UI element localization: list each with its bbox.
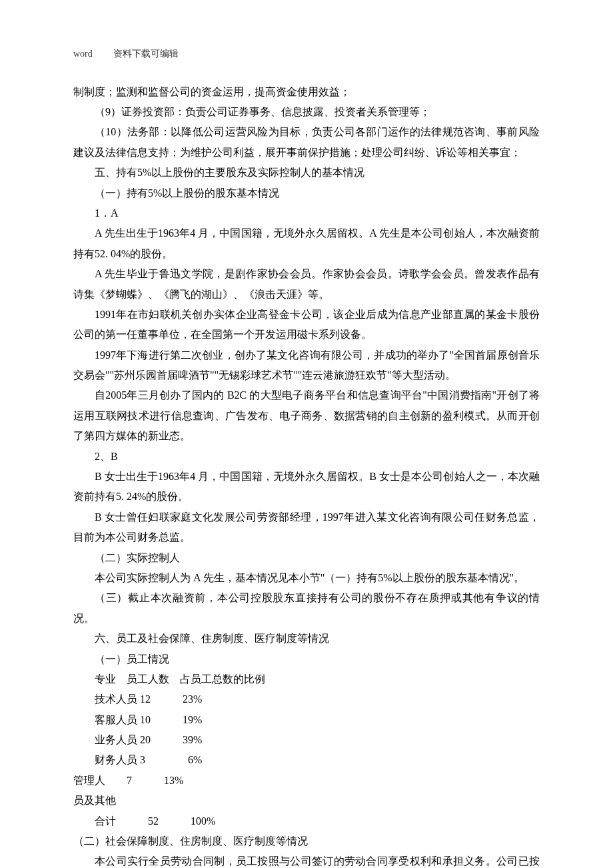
paragraph: 本公司实行全员劳动合同制，员工按照与公司签订的劳动合同享受权利和承担义务。公司已… [73, 851, 540, 868]
section-heading: 六、员工及社会保障、住房制度、医疗制度等情况 [73, 629, 540, 649]
paragraph: （9）证券投资部：负责公司证券事务、信息披露、投资者关系管理等； [73, 102, 540, 122]
subsection-heading: （二）社会保障制度、住房制度、医疗制度等情况 [73, 831, 540, 851]
paragraph: 制制度；监测和监督公司的资金运用，提高资金使用效益； [73, 82, 540, 102]
paragraph: A 先生毕业于鲁迅文学院，是剧作家协会会员。作家协会会员。诗歌学会会员。曾发表作… [73, 264, 540, 305]
paragraph: （三）截止本次融资前，本公司控股股东直接持有公司的股份不存在质押或其他有争议的情… [73, 588, 540, 629]
paragraph: B 女士曾任妇联家庭文化发展公司劳资部经理，1997年进入某文化咨询有限公司任财… [73, 507, 540, 548]
table-row: 业务人员 20 39% [73, 730, 540, 750]
table-row: 财务人员 3 6% [73, 750, 540, 770]
paragraph: 1997年下海进行第二次创业，创办了某文化咨询有限公司，并成功的举办了"全国首届… [73, 345, 540, 386]
table-row: 管理人 7 13% [73, 771, 540, 791]
subsection-heading: （二）实际控制人 [73, 548, 540, 568]
document-body: 制制度；监测和监督公司的资金运用，提高资金使用效益； （9）证券投资部：负责公司… [73, 82, 540, 868]
paragraph: 2、B [73, 447, 540, 467]
subsection-heading: （一）持有5%以上股份的股东基本情况 [73, 183, 540, 203]
paragraph: 1991年在市妇联机关创办实体企业高登金卡公司，该企业后成为信息产业部直属的某金… [73, 305, 540, 345]
paragraph: A 先生出生于1963年4 月，中国国籍，无境外永久居留权。A 先生是本公司创始… [73, 223, 540, 264]
table-total-row: 合计 52 100% [73, 811, 540, 831]
paragraph: （10）法务部：以降低公司运营风险为目标，负责公司各部门运作的法律规范咨询、事前… [73, 122, 540, 163]
paragraph: B 女士出生于1963年4 月，中国国籍，无境外永久居留权。B 女士是本公司创始… [73, 467, 540, 507]
table-header-row: 专业 员工人数 占员工总数的比例 [73, 669, 540, 689]
header-left: word [73, 45, 93, 63]
table-row: 客服人员 10 19% [73, 710, 540, 730]
header-right: 资料下载可编辑 [113, 45, 179, 63]
section-heading: 五、持有5%以上股份的主要股东及实际控制人的基本情况 [73, 163, 540, 183]
document-header: word 资料下载可编辑 [73, 45, 540, 63]
paragraph: 自2005年三月创办了国内的 B2C 的大型电子商务平台和信息查询平台"中国消费… [73, 385, 540, 446]
subsection-heading: （一）员工情况 [73, 649, 540, 669]
paragraph: 本公司实际控制人为 A 先生，基本情况见本小节"（一）持有5%以上股份的股东基本… [73, 568, 540, 588]
table-row: 技术人员 12 23% [73, 689, 540, 709]
paragraph: 1．A [73, 203, 540, 223]
table-row: 员及其他 [73, 791, 540, 811]
